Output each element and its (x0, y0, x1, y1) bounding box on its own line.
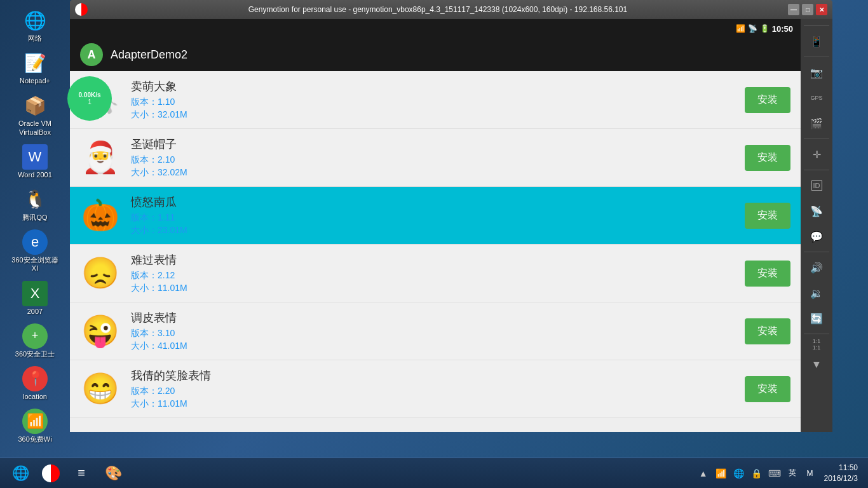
desktop-icon-word[interactable]: W Word 2001 (6, 142, 64, 182)
app-name-1: 圣诞帽子 (131, 137, 745, 152)
status-icons: 📶 📡 🔋 10:50 (736, 24, 793, 34)
desktop-icon-notepad[interactable]: 📝 Notepad+ (6, 48, 64, 88)
list-item[interactable]: 🎅 圣诞帽子 版本：2.10 大小：32.02M 安装 (70, 129, 801, 187)
app-title: AdapterDemo2 (111, 48, 187, 62)
genymotion-logo-icon (75, 3, 88, 16)
sidebar-divider (804, 139, 829, 139)
install-button-2[interactable]: 安装 (745, 203, 790, 229)
app-size-3: 大小：11.01M (131, 283, 745, 294)
app-icon-christmas: 🎅 (80, 137, 121, 178)
android-statusbar: 📶 📡 🔋 10:50 (70, 19, 801, 38)
list-item[interactable]: 😁 我倩的笑脸表情 版本：2.20 大小：11.01M 安装 (70, 360, 801, 418)
app-size-5: 大小：11.01M (131, 398, 745, 410)
app-name-5: 我倩的笑脸表情 (131, 368, 745, 383)
taskbar-network-icon: 🌐 (10, 463, 31, 484)
install-button-4[interactable]: 安装 (745, 318, 790, 344)
excel-icon: X (22, 281, 48, 306)
app-size-1: 大小：32.02M (131, 167, 745, 179)
network-speed-value: 0.00K/s (78, 92, 100, 98)
qq-icon: 🐧 (22, 187, 48, 212)
android-appbar: A AdapterDemo2 (70, 38, 801, 71)
volume-down-icon[interactable]: 🔉 (805, 281, 828, 304)
sidebar-divider (804, 170, 829, 170)
taskbar-item-network[interactable]: 🌐 (5, 461, 36, 486)
window-controls: — □ ✕ (788, 4, 827, 15)
tray-input-label[interactable]: 英 (785, 466, 800, 481)
volume-up-icon[interactable]: 🔊 (805, 256, 828, 279)
minimize-button[interactable]: — (788, 4, 799, 15)
rss-icon[interactable]: 📡 (805, 200, 828, 222)
window-title: Genymotion for personal use - genymotion… (88, 5, 788, 14)
taskbar-item-genymotion[interactable] (37, 461, 65, 486)
rotate-icon[interactable]: 🔄 (805, 307, 828, 330)
tray-ime-label[interactable]: M (803, 466, 818, 481)
desktop-icon-virtualbox[interactable]: 📦 Oracle VM VirtualBox (6, 90, 64, 139)
clock-time: 11:50 (824, 463, 858, 473)
install-button-5[interactable]: 安装 (745, 376, 790, 402)
notepad-icon: 📝 (22, 50, 48, 76)
virtualbox-icon: 📦 (22, 93, 48, 118)
tray-security-icon[interactable]: 🔒 (749, 466, 764, 481)
desktop-icon-network[interactable]: 🌐 网络 (6, 5, 64, 45)
window-logo (75, 3, 88, 16)
app-name-0: 卖萌大象 (131, 79, 745, 94)
360browser-icon-label: 360安全浏览器XI (9, 256, 61, 273)
app-name-3: 难过表情 (131, 252, 745, 268)
tray-expand-icon[interactable]: ▲ (696, 466, 711, 481)
360wifi-icon-label: 360免费Wi (18, 435, 51, 444)
move-icon[interactable]: ✛ (805, 143, 828, 166)
gps-icon[interactable]: GPS (805, 86, 828, 109)
install-button-1[interactable]: 安装 (745, 145, 790, 171)
360browser-icon: e (22, 229, 48, 255)
battery-status-icon: 🔋 (760, 24, 770, 33)
list-item[interactable]: 🐘 卖萌大象 版本：1.10 大小：32.01M 安装 (70, 71, 801, 129)
desktop-icon-360browser[interactable]: e 360安全浏览器XI (6, 227, 64, 275)
close-button[interactable]: ✕ (816, 4, 827, 15)
scroll-down-icon[interactable]: ▼ (805, 353, 828, 376)
taskbar-item-paint[interactable]: 🎨 (98, 461, 128, 486)
list-item[interactable]: 😜 调皮表情 版本：3.10 大小：41.01M 安装 (70, 302, 801, 360)
desktop: 🌐 网络 📝 Notepad+ 📦 Oracle VM VirtualBox W… (0, 0, 868, 488)
taskbar-item-app2[interactable]: ≡ (66, 461, 97, 486)
desktop-icon-excel[interactable]: X 2007 (6, 278, 64, 318)
app-info-5: 我倩的笑脸表情 版本：2.20 大小：11.01M (131, 368, 745, 410)
list-item[interactable]: 🎃 愤怒南瓜 版本：1.11 大小：23.01M 安装 (70, 187, 801, 245)
word-icon-label: Word 2001 (18, 171, 52, 179)
install-button-3[interactable]: 安装 (745, 261, 790, 287)
app-name-2: 愤怒南瓜 (131, 194, 745, 210)
app-info-4: 调皮表情 版本：3.10 大小：41.01M (131, 310, 745, 352)
maximize-button[interactable]: □ (802, 4, 813, 15)
app-version-5: 版本：2.20 (131, 386, 745, 397)
message-icon[interactable]: 💬 (805, 225, 828, 248)
camera-icon[interactable]: 📷 (805, 61, 828, 84)
wifi-status-icon: 📶 (736, 24, 745, 33)
list-item[interactable]: 😞 难过表情 版本：2.12 大小：11.01M 安装 (70, 245, 801, 302)
taskbar-clock: 11:50 2016/12/3 (819, 463, 863, 484)
desktop-icon-location[interactable]: 📍 location (6, 363, 64, 403)
network-speed-indicator: 0.00K/s 1 (67, 76, 112, 121)
install-button-0[interactable]: 安装 (745, 87, 790, 113)
window-titlebar: Genymotion for personal use - genymotion… (70, 0, 832, 19)
app-size-0: 大小：32.01M (131, 109, 745, 121)
id-icon[interactable]: ID (805, 174, 828, 197)
film-icon[interactable]: 🎬 (805, 112, 828, 135)
clock-date: 2016/12/3 (824, 473, 858, 484)
desktop-icon-360security[interactable]: + 360安全卫士 (6, 321, 64, 361)
sidebar-divider (804, 25, 829, 26)
network-speed-sub: 1 (88, 98, 92, 105)
app-list[interactable]: 🐘 卖萌大象 版本：1.10 大小：32.01M 安装 🎅 圣诞帽子 (70, 71, 801, 432)
app-info-0: 卖萌大象 版本：1.10 大小：32.01M (131, 79, 745, 121)
tray-keyboard-icon[interactable]: ⌨ (767, 466, 782, 481)
android-screen: 📶 📡 🔋 10:50 A AdapterDemo2 🐘 (70, 19, 801, 432)
location-icon-label: location (23, 393, 47, 401)
phone-icon[interactable]: 📱 (805, 30, 828, 53)
app-icon-wink: 😜 (80, 311, 121, 351)
app-name-4: 调皮表情 (131, 310, 745, 325)
desktop-icon-qq[interactable]: 🐧 腾讯QQ (6, 184, 64, 224)
desktop-icons-panel: 🌐 网络 📝 Notepad+ 📦 Oracle VM VirtualBox W… (0, 0, 70, 458)
app-info-3: 难过表情 版本：2.12 大小：11.01M (131, 252, 745, 294)
desktop-icon-360wifi[interactable]: 📶 360免费Wi (6, 406, 64, 446)
tray-network-icon[interactable]: 🌐 (731, 466, 747, 481)
tray-wifi-icon[interactable]: 📶 (714, 466, 729, 481)
app-icon: A (80, 43, 103, 66)
